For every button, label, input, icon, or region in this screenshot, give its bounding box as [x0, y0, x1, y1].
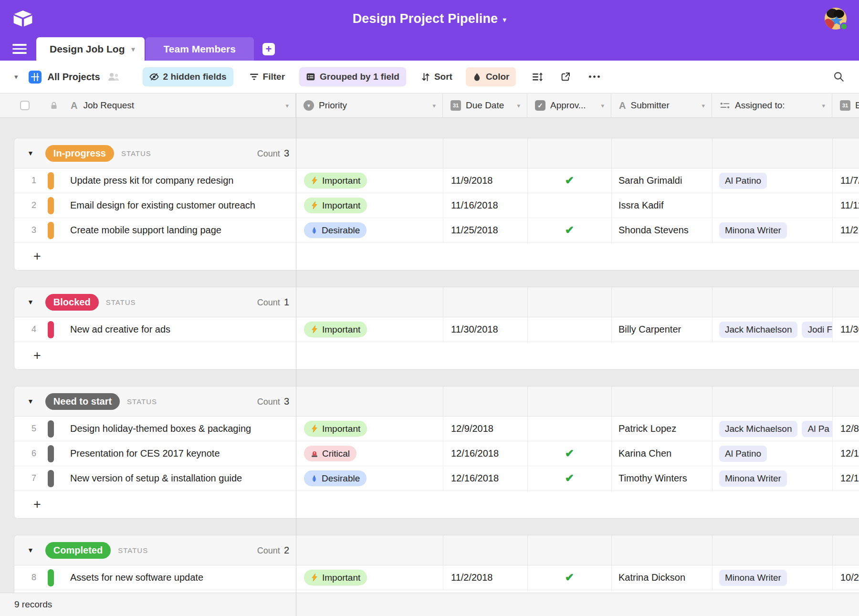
- priority-cell[interactable]: Important: [296, 317, 443, 342]
- assigned-to-cell[interactable]: Al Patino: [712, 441, 833, 466]
- menu-icon[interactable]: [12, 37, 27, 61]
- priority-cell[interactable]: Important: [296, 193, 443, 218]
- approved-cell[interactable]: ✔: [528, 565, 612, 590]
- submitter-cell[interactable]: Katrina Dickson: [612, 565, 712, 590]
- priority-cell[interactable]: Desirable: [296, 466, 443, 491]
- assigned-to-cell[interactable]: Minona Writer: [712, 218, 833, 242]
- add-tab-button[interactable]: +: [262, 43, 275, 55]
- avatar[interactable]: [825, 8, 847, 30]
- add-record-button[interactable]: +: [33, 349, 41, 362]
- end-date-cell[interactable]: 11/7/: [833, 168, 859, 193]
- priority-cell[interactable]: Desirable: [296, 218, 443, 242]
- submitter-cell[interactable]: Patrick Lopez: [612, 417, 712, 441]
- tab-team-members[interactable]: Team Members: [146, 37, 254, 61]
- submitter-cell[interactable]: Sarah Grimaldi: [612, 168, 712, 193]
- group-button[interactable]: Grouped by 1 field: [299, 67, 406, 86]
- collaborators-icon[interactable]: [107, 72, 120, 82]
- views-sidebar-caret-icon[interactable]: ▾: [14, 73, 18, 81]
- add-record-row[interactable]: +: [14, 491, 859, 518]
- search-icon[interactable]: [833, 71, 845, 83]
- view-name[interactable]: All Projects: [48, 72, 100, 83]
- assigned-to-cell[interactable]: Minona Writer: [712, 565, 833, 590]
- add-record-button[interactable]: +: [33, 498, 41, 511]
- column-menu-caret-icon[interactable]: ▾: [700, 102, 705, 109]
- priority-cell[interactable]: Important: [296, 565, 443, 590]
- share-view-icon[interactable]: [561, 72, 570, 82]
- title-chevron-down-icon[interactable]: ▾: [503, 13, 506, 24]
- job-request-cell[interactable]: 2Email design for existing customer outr…: [14, 193, 296, 218]
- hidden-fields-button[interactable]: 2 hidden fields: [143, 67, 233, 86]
- due-date-cell[interactable]: 12/16/2018: [443, 466, 528, 491]
- group-header-summary[interactable]: ▼CompletedSTATUSCount2: [14, 535, 296, 565]
- sort-button[interactable]: Sort: [421, 72, 452, 82]
- group-header-summary[interactable]: ▼In-progressSTATUSCount3: [14, 138, 296, 168]
- group-header-summary[interactable]: ▼BlockedSTATUSCount1: [14, 287, 296, 317]
- job-request-cell[interactable]: 1Update press kit for company redesign: [14, 168, 296, 193]
- due-date-cell[interactable]: 11/16/2018: [443, 193, 528, 218]
- column-menu-caret-icon[interactable]: ▾: [599, 102, 604, 109]
- assigned-to-cell[interactable]: Jack MichaelsonAl Pa: [712, 417, 833, 441]
- add-record-row[interactable]: +: [14, 243, 859, 270]
- priority-cell[interactable]: Important: [296, 168, 443, 193]
- column-menu-caret-icon[interactable]: ▾: [430, 102, 436, 109]
- job-request-cell[interactable]: 5Design holiday-themed boxes & packaging: [14, 417, 296, 441]
- assigned-to-cell[interactable]: Jack MichaelsonJodi F: [712, 317, 833, 342]
- job-request-cell[interactable]: 6Presentation for CES 2017 keynote: [14, 441, 296, 466]
- due-date-cell[interactable]: 11/25/2018: [443, 218, 528, 242]
- column-header-approv[interactable]: ✓Approv...▾: [527, 94, 611, 117]
- add-record-button[interactable]: +: [33, 250, 41, 263]
- approved-cell[interactable]: ✔: [528, 168, 612, 193]
- assigned-to-cell[interactable]: [712, 193, 833, 218]
- due-date-cell[interactable]: 11/9/2018: [443, 168, 528, 193]
- column-menu-caret-icon[interactable]: ▾: [515, 102, 520, 109]
- tab-chevron-down-icon[interactable]: ▾: [132, 45, 135, 53]
- end-date-cell[interactable]: 11/30: [833, 317, 859, 342]
- assigned-to-cell[interactable]: Al Patino: [712, 168, 833, 193]
- approved-cell[interactable]: ✔: [528, 441, 612, 466]
- submitter-cell[interactable]: Shonda Stevens: [612, 218, 712, 242]
- due-date-cell[interactable]: 12/9/2018: [443, 417, 528, 441]
- tab-design-job-log[interactable]: Design Job Log ▾: [36, 37, 145, 61]
- end-date-cell[interactable]: 12/13: [833, 466, 859, 491]
- approved-cell[interactable]: ✔: [528, 218, 612, 242]
- submitter-cell[interactable]: Timothy Winters: [612, 466, 712, 491]
- end-date-cell[interactable]: 11/11: [833, 193, 859, 218]
- page-title[interactable]: Design Project Pipeline: [353, 11, 498, 26]
- color-button[interactable]: Color: [466, 67, 516, 86]
- collapse-group-icon[interactable]: ▼: [27, 397, 34, 405]
- more-options-icon[interactable]: •••: [588, 72, 601, 82]
- priority-cell[interactable]: Critical: [296, 441, 443, 466]
- job-request-cell[interactable]: 8Assets for new software update: [14, 565, 296, 590]
- column-header-submitter[interactable]: ASubmitter▾: [611, 94, 712, 117]
- due-date-cell[interactable]: 11/2/2018: [443, 565, 528, 590]
- collapse-group-icon[interactable]: ▼: [27, 546, 34, 554]
- approved-cell[interactable]: [528, 417, 612, 441]
- select-all-checkbox[interactable]: [20, 101, 30, 110]
- filter-button[interactable]: Filter: [250, 72, 285, 82]
- group-header-summary[interactable]: ▼Need to startSTATUSCount3: [14, 386, 296, 416]
- column-menu-caret-icon[interactable]: ▾: [820, 102, 825, 109]
- job-request-cell[interactable]: 3Create mobile support landing page: [14, 218, 296, 242]
- end-date-cell[interactable]: 10/2: [833, 565, 859, 590]
- column-header-e[interactable]: 31E: [832, 94, 859, 117]
- approved-cell[interactable]: [528, 317, 612, 342]
- submitter-cell[interactable]: Issra Kadif: [612, 193, 712, 218]
- column-header-job-request[interactable]: AJob Request▾: [0, 94, 296, 117]
- row-height-icon[interactable]: [532, 73, 543, 82]
- assigned-to-cell[interactable]: Minona Writer: [712, 466, 833, 491]
- due-date-cell[interactable]: 12/16/2018: [443, 441, 528, 466]
- end-date-cell[interactable]: 12/12: [833, 441, 859, 466]
- job-request-cell[interactable]: 7New version of setup & installation gui…: [14, 466, 296, 491]
- job-request-cell[interactable]: 4New ad creative for ads: [14, 317, 296, 342]
- add-record-row[interactable]: +: [14, 342, 859, 369]
- column-header-due-date[interactable]: 31Due Date▾: [443, 94, 527, 117]
- collapse-group-icon[interactable]: ▼: [27, 149, 34, 157]
- column-header-priority[interactable]: ▼Priority▾: [296, 94, 443, 117]
- approved-cell[interactable]: [528, 193, 612, 218]
- submitter-cell[interactable]: Billy Carpenter: [612, 317, 712, 342]
- column-header-assigned-to[interactable]: Assigned to:▾: [712, 94, 832, 117]
- collapse-group-icon[interactable]: ▼: [27, 298, 34, 306]
- end-date-cell[interactable]: 11/21: [833, 218, 859, 242]
- column-menu-caret-icon[interactable]: ▾: [283, 102, 289, 109]
- submitter-cell[interactable]: Karina Chen: [612, 441, 712, 466]
